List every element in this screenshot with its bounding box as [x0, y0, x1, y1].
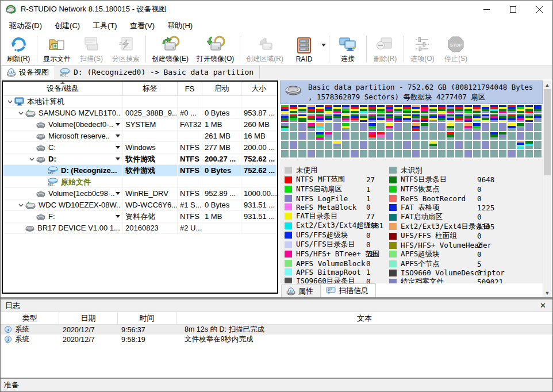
legend-label: HFS/HFS+ BTree+ 范围	[296, 249, 366, 259]
column-header-1[interactable]: 标签	[123, 82, 178, 95]
volume-dropdown-icon[interactable]	[116, 134, 120, 137]
column-header-0[interactable]: 设备/磁盘	[3, 82, 123, 95]
map-block	[368, 114, 376, 122]
log-column-header-2[interactable]: 时间	[118, 312, 176, 324]
column-header-2[interactable]: FS	[178, 82, 202, 95]
maximize-button[interactable]	[500, 1, 526, 18]
column-header-4[interactable]: 大小	[241, 82, 277, 95]
show-files-button[interactable]: 显示文件	[39, 33, 75, 65]
column-header-3[interactable]: 启动	[202, 82, 241, 95]
device-cell-text: 952.89 ...	[205, 189, 236, 198]
log-column-header-0[interactable]: 类型	[1, 312, 59, 324]
expander-icon[interactable]	[5, 100, 14, 103]
log-row-1[interactable]: i系统2020/12/79:58:19文件枚举在9秒内完成	[1, 335, 552, 344]
view-tab-recognized-partition[interactable]: REC.D: (Recognized0) -> Basic data parti…	[55, 66, 260, 79]
device-row-10[interactable]: F:资料存储NTFS1 MB931.51 ...	[3, 211, 277, 222]
map-block	[464, 141, 472, 149]
map-block	[490, 150, 498, 158]
legend-swatch	[285, 167, 292, 174]
menu-item-2[interactable]: 工具(T)	[86, 18, 124, 33]
device-name: D:	[48, 155, 56, 163]
map-block	[525, 123, 533, 131]
log-row-0[interactable]: i系统2020/12/79:56:378m 12s 的 D: 扫描已完成	[1, 325, 552, 335]
scan-block-map[interactable]	[280, 104, 543, 159]
map-block	[333, 114, 341, 122]
log-close-icon[interactable]: ✕	[538, 301, 548, 310]
device-cell: Volume{1ecb0c98-..	[3, 188, 123, 199]
options-icon	[413, 35, 432, 53]
expander-icon[interactable]	[27, 157, 36, 161]
legend-left-item: ReFS MetaBlock0	[285, 203, 383, 212]
device-cell-text: 200.00 ...	[244, 143, 275, 152]
scroll-down-icon[interactable]: ▼	[543, 289, 551, 297]
menu-item-1[interactable]: 创建(C)	[48, 18, 86, 33]
app-icon	[6, 5, 16, 14]
svg-text:i: i	[290, 288, 291, 292]
legend-right-item: 未识别	[389, 166, 503, 175]
map-block	[308, 123, 315, 131]
menu-item-3[interactable]: 查看(V)	[124, 18, 161, 33]
log-type: 系统	[15, 335, 29, 344]
device-row-6[interactable]: REC.D: (Recognize...软件游戏NTFS0 Bytes752.6…	[3, 165, 277, 176]
legend-swatch	[389, 204, 397, 211]
device-cell	[202, 96, 241, 107]
connect-button[interactable]: 连接	[331, 33, 364, 65]
panel-tab-scan-info[interactable]: 扫描信息	[321, 283, 376, 297]
legend-swatch	[285, 251, 292, 258]
device-row-11[interactable]: BR17 DEVICE V1.00 1....20160823#2 U...	[3, 222, 277, 234]
refresh-button[interactable]: 刷新(R)	[2, 33, 35, 65]
volume-dropdown-icon[interactable]	[116, 192, 120, 195]
device-row-4[interactable]: C:WindowsNTFS277 MB200.00 ...	[3, 142, 277, 153]
menu-item-0[interactable]: 驱动器(D)	[3, 18, 48, 33]
scan-legend: 未使用NTFS MFT范围27NTFS启动扇区1NTFS LogFile1ReF…	[280, 159, 543, 283]
device-row-9[interactable]: WDC WD10EZEX-08W...WD-WCC6Y6...#1 S...0 …	[3, 199, 277, 211]
legend-left-item: 未使用	[285, 166, 383, 175]
volume-dropdown-icon[interactable]	[116, 123, 120, 126]
stop-icon: STOP	[447, 35, 464, 53]
map-block	[455, 132, 463, 140]
recognized-partition-tab-label: D: (Recognized0) -> Basic data partition	[74, 68, 254, 76]
volume-dropdown-icon[interactable]	[116, 215, 120, 218]
log-column-header-3[interactable]: 文本	[176, 312, 552, 324]
map-block	[421, 123, 428, 131]
scan-info-panel: Basic data partition - 752.62 GB (808121…	[280, 80, 551, 297]
device-row-0[interactable]: 本地计算机	[3, 96, 277, 107]
map-block	[438, 105, 446, 113]
menu-item-4[interactable]: 帮助(H)	[161, 18, 199, 33]
map-block	[473, 132, 481, 140]
device-row-3[interactable]: Microsoft reserve..261 MB16 MB	[3, 130, 277, 142]
expander-icon[interactable]	[16, 112, 25, 115]
legend-left-item: APFS BitmapRoot1	[285, 268, 383, 276]
expander-icon[interactable]	[16, 203, 25, 207]
raid-button[interactable]: RAID	[287, 34, 321, 64]
raid-dropdown-icon[interactable]	[321, 44, 326, 47]
scroll-up-icon[interactable]: ▲	[543, 80, 551, 89]
close-button[interactable]	[526, 1, 552, 18]
scrollbar-thumb[interactable]	[544, 89, 551, 175]
map-block	[368, 150, 376, 158]
device-row-2[interactable]: Volume{0bedecf0-..SYSTEMFAT321 MB260 MB	[3, 119, 277, 130]
log-column-header-1[interactable]: 日期	[59, 312, 118, 324]
scan-scrollbar[interactable]: ▲ ▼	[543, 80, 551, 297]
device-row-5[interactable]: D:软件游戏NTFS200.27 ...752.62 ...	[3, 153, 277, 165]
map-block	[290, 141, 297, 149]
device-name: C:	[48, 143, 56, 152]
legend-count: 1	[366, 194, 371, 203]
device-row-7[interactable]: REC.原始文件	[3, 176, 277, 188]
map-block	[421, 114, 428, 122]
device-row-1[interactable]: SAMSUNG MZVLB1T0...0025_388B_9...#0 ...0…	[3, 107, 277, 119]
device-cell-text: NTFS	[180, 155, 199, 163]
view-tab-device-view[interactable]: i设备视图	[2, 66, 55, 79]
volume-dropdown-icon[interactable]	[116, 146, 120, 149]
device-row-8[interactable]: Volume{1ecb0c98-..WinRE_DRVNTFS952.89 ..…	[3, 188, 277, 199]
device-cell-text: 资料存储	[125, 212, 155, 222]
map-block	[386, 141, 393, 149]
panel-tab-properties[interactable]: i属性	[281, 285, 321, 297]
open-image-button[interactable]: 打开镜像(O)	[193, 33, 238, 65]
create-image-button[interactable]: 创建镜像(E)	[148, 33, 193, 65]
minimize-button[interactable]	[473, 1, 500, 18]
volume-dropdown-icon[interactable]	[116, 157, 120, 160]
info-icon: i	[4, 326, 12, 333]
raid-wrap[interactable]: RAID	[287, 33, 327, 65]
device-cell-text: NTFS	[180, 212, 199, 221]
